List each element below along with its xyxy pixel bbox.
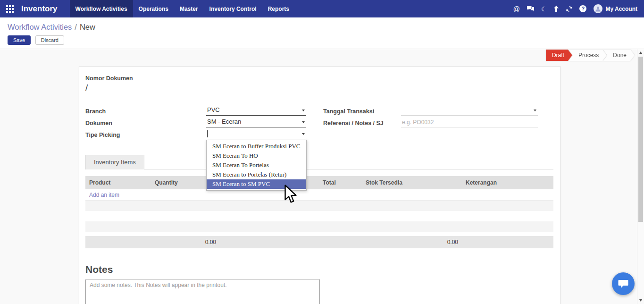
nomor-dokumen-label: Nomor Dokumen [85, 75, 133, 82]
nomor-dokumen-value: / [85, 83, 88, 93]
messages-icon-svg [527, 6, 535, 12]
branch-value: PVC [207, 106, 220, 113]
notebook-tabs: Inventory Items [85, 155, 553, 169]
tipe-picking-select[interactable] [206, 129, 306, 139]
avatar [594, 4, 602, 13]
column-header-stok-tersedia: Stok Tersedia [362, 179, 462, 186]
scroll-up-arrow-icon[interactable] [639, 51, 642, 54]
branch-label: Branch [85, 108, 106, 115]
dropdown-option[interactable]: SM Eceran to Portelas (Retur) [207, 170, 306, 179]
messages-icon[interactable] [523, 0, 538, 17]
menu-workflow-activities[interactable]: Workflow Activities [70, 0, 133, 17]
dokumen-label: Dokumen [85, 120, 112, 127]
tanggal-transaksi-select[interactable] [401, 105, 538, 116]
breadcrumb-separator: / [72, 23, 80, 31]
dropdown-option[interactable]: SM Eceran To HO [207, 151, 306, 160]
breadcrumb-parent-link[interactable]: Workflow Activities [8, 23, 72, 31]
breadcrumb-current: New [80, 23, 95, 31]
help-icon[interactable]: ? [576, 0, 590, 17]
navbar-systray: @ ☾ ? [510, 0, 644, 17]
mentions-at-icon[interactable]: @ [510, 0, 523, 17]
referensi-label: Referensi / Notes / SJ [323, 120, 384, 127]
form-sheet: Nomor Dokumen / Branch PVC Tanggal Trans… [79, 66, 560, 304]
chat-bubble-icon [618, 279, 628, 288]
help-glyph: ? [579, 5, 586, 12]
branch-select[interactable]: PVC [206, 105, 306, 116]
discard-button[interactable]: Discard [35, 35, 64, 45]
dropdown-option[interactable]: SM Eceran to Buffer Produksi PVC [207, 142, 306, 151]
chevron-down-icon [534, 110, 536, 111]
tipe-picking-label: Tipe Picking [85, 132, 120, 138]
add-an-item-link[interactable]: Add an item [89, 192, 119, 198]
menu-operations[interactable]: Operations [133, 0, 174, 17]
dokumen-value: SM - Eceran [207, 118, 241, 125]
menu-master[interactable]: Master [174, 0, 204, 17]
sync-icon[interactable] [562, 0, 576, 17]
livechat-button[interactable] [612, 272, 635, 295]
column-header-keterangan: Keterangan [462, 179, 553, 186]
add-item-row: Add an item [85, 189, 553, 201]
referensi-input[interactable] [401, 117, 538, 127]
account-label: My Account [605, 6, 637, 12]
dropdown-option[interactable]: SM Eceran To Portelas [207, 160, 306, 170]
quantity-total: 0.00 [151, 239, 220, 245]
stok-tersedia-total: 0.00 [362, 239, 462, 245]
breadcrumb: Workflow Activities/New [8, 23, 95, 32]
inventory-items-table: Product Quantity Total Stok Tersedia Ket… [85, 176, 553, 248]
chevron-down-icon [302, 121, 305, 123]
sync-icon-svg [566, 6, 573, 12]
main-menu: Workflow Activities Operations Master In… [70, 0, 295, 17]
dokumen-select[interactable]: SM - Eceran [206, 117, 306, 127]
column-header-total: Total [319, 179, 362, 186]
tab-inventory-items[interactable]: Inventory Items [85, 155, 144, 169]
apps-menu-button[interactable] [0, 0, 18, 17]
app-title: Inventory [18, 0, 70, 17]
moon-icon[interactable]: ☾ [538, 0, 551, 17]
user-menu[interactable]: My Account [590, 4, 639, 13]
chevron-down-icon [302, 133, 305, 135]
tipe-picking-dropdown: SM Eceran to Buffer Produksi PVC SM Ecer… [206, 140, 307, 191]
menu-inventory-control[interactable]: Inventory Control [204, 0, 262, 17]
content-area: Draft Process Done Nomor Dokumen / Branc… [0, 49, 644, 304]
column-header-product: Product [85, 179, 151, 186]
empty-table-row [85, 211, 553, 221]
scrollbar-thumb[interactable] [638, 57, 643, 222]
chevron-down-icon [302, 110, 305, 111]
vertical-scrollbar[interactable] [637, 49, 644, 304]
form-action-buttons: Save Discard [8, 35, 64, 45]
table-header-row: Product Quantity Total Stok Tersedia Ket… [85, 176, 553, 189]
statusbar: Draft Process Done [546, 50, 635, 61]
upload-arrow-icon-svg [553, 6, 559, 12]
notes-title: Notes [85, 264, 113, 275]
control-panel: Workflow Activities/New Save Discard [0, 17, 644, 49]
stage-done[interactable]: Done [603, 50, 635, 61]
empty-table-row [85, 201, 553, 211]
tanggal-transaksi-label: Tanggal Transaksi [323, 108, 374, 115]
empty-table-row [85, 221, 553, 232]
upload-arrow-icon[interactable] [550, 0, 562, 17]
apps-grid-icon [6, 5, 14, 13]
avatar-person-icon [595, 6, 601, 12]
notes-textarea[interactable] [85, 279, 320, 304]
top-navbar: Inventory Workflow Activities Operations… [0, 0, 644, 17]
menu-reports[interactable]: Reports [262, 0, 295, 17]
text-cursor [207, 130, 208, 137]
scroll-down-arrow-icon[interactable] [639, 299, 642, 302]
table-totals-row: 0.00 0.00 [85, 236, 553, 248]
save-button[interactable]: Save [8, 35, 31, 45]
dropdown-option-highlighted[interactable]: SM Eceran to SM PVC [207, 179, 306, 189]
stage-process[interactable]: Process [569, 50, 607, 61]
